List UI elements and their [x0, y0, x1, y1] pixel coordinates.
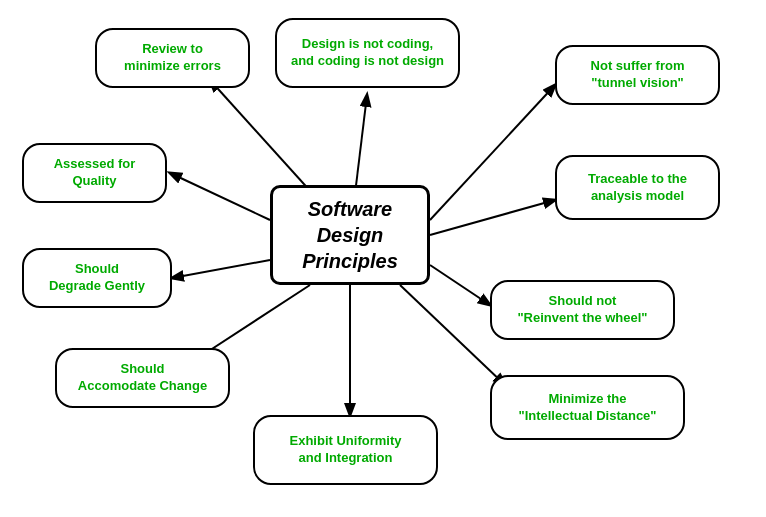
svg-line-3: [170, 173, 270, 220]
svg-line-4: [430, 200, 555, 235]
node-review: Review to minimize errors: [95, 28, 250, 88]
node-exhibit: Exhibit Uniformity and Integration: [253, 415, 438, 485]
svg-line-5: [172, 260, 270, 278]
node-reinvent: Should not "Reinvent the wheel": [490, 280, 675, 340]
node-degrade: Should Degrade Gently: [22, 248, 172, 308]
svg-line-2: [430, 85, 555, 220]
center-label: Software Design Principles: [302, 196, 398, 274]
node-intellectual: Minimize the "Intellectual Distance": [490, 375, 685, 440]
diagram-container: Software Design Principles Review to min…: [0, 0, 766, 517]
node-design-not-coding: Design is not coding, and coding is not …: [275, 18, 460, 88]
node-tunnel-vision: Not suffer from "tunnel vision": [555, 45, 720, 105]
svg-line-6: [430, 265, 490, 305]
node-traceable: Traceable to the analysis model: [555, 155, 720, 220]
node-accomodate: Should Accomodate Change: [55, 348, 230, 408]
center-node: Software Design Principles: [270, 185, 430, 285]
node-assessed: Assessed for Quality: [22, 143, 167, 203]
